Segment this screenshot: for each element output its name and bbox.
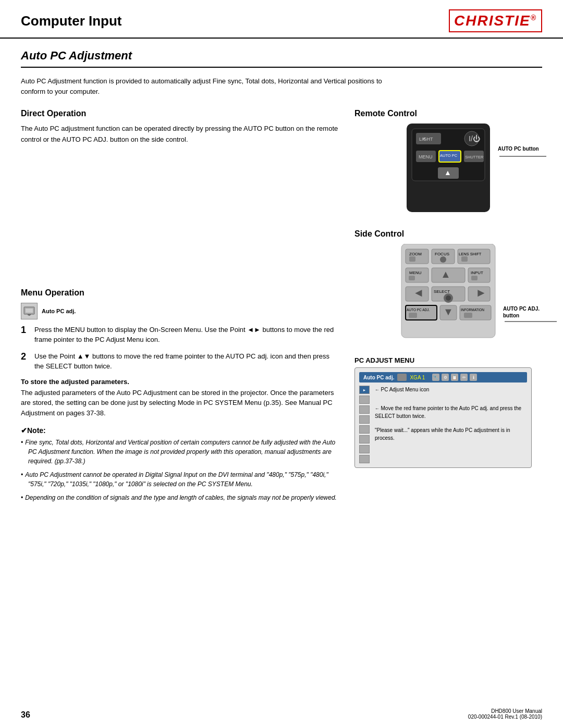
svg-rect-1 (26, 309, 33, 313)
remote-control-section: Remote Control LIGHT ☀ I/⏻ (354, 109, 542, 221)
svg-text:LIGHT: LIGHT (419, 137, 433, 142)
callout-line-remote (499, 156, 546, 157)
auto-pc-adj-svg (23, 305, 35, 317)
pc-list-item-2 (359, 396, 370, 404)
svg-text:LENS SHIFT: LENS SHIFT (459, 252, 482, 256)
auto-pc-button-label: AUTO PC button (498, 145, 545, 152)
two-col-layout: Direct Operation The Auto PC adjustment … (21, 109, 542, 507)
pc-list-item-5 (359, 425, 370, 434)
step-1-text: Press the MENU button to display the On-… (34, 325, 339, 345)
left-col-spacer (21, 153, 339, 278)
svg-rect-23 (409, 256, 415, 262)
svg-text:▼: ▼ (443, 306, 454, 317)
svg-rect-48 (409, 313, 417, 318)
callout-line-side (505, 321, 557, 322)
footer-right: DHD800 User Manual 020-000244-01 Rev.1 (… (468, 708, 542, 720)
menu-icon-3: 📋 (451, 374, 458, 381)
svg-text:ZOOM: ZOOM (409, 252, 422, 256)
svg-point-43 (446, 295, 451, 301)
auto-pc-icon (21, 303, 38, 319)
svg-text:◄: ◄ (413, 286, 424, 299)
pc-adjust-notes: ← PC Adjust Menu icon ← Move the red fra… (375, 386, 527, 463)
auto-pc-icon-label: Auto PC adj. (42, 308, 76, 314)
pc-list-item-4 (359, 415, 370, 424)
step-1-number: 1 (21, 325, 30, 336)
side-control-heading: Side Control (354, 229, 542, 239)
note-item-1: Fine sync, Total dots, Horizontal and Ve… (21, 438, 339, 466)
pc-adjust-xga-label: XGA 1 (410, 375, 425, 380)
pc-adjust-body: ► ← PC A (359, 386, 527, 463)
logo-text: CHRISTIE (454, 13, 531, 29)
main-content: Auto PC Adjustment Auto PC Adjustment fu… (0, 39, 563, 517)
pc-adjust-list: ► (359, 386, 370, 463)
page-title: Computer Input (21, 13, 122, 29)
menu-operation-heading: Menu Operation (21, 288, 339, 298)
pc-adjust-menu-label: Auto PC adj. (363, 375, 394, 380)
svg-text:MENU: MENU (409, 270, 422, 275)
manual-code: 020-000244-01 Rev.1 (08-2010) (468, 714, 542, 720)
side-control-svg: ZOOM FOCUS LENS SHIFT MENU ▲ (396, 244, 500, 340)
intro-text: Auto PC Adjustment function is provided … (21, 76, 386, 96)
auto-pc-adj-button-label: AUTO PC ADJ. button (503, 305, 555, 319)
pc-list-item-8 (359, 455, 370, 463)
svg-text:SELECT: SELECT (434, 289, 450, 294)
svg-text:FOCUS: FOCUS (435, 252, 449, 256)
svg-text:INFORMATION: INFORMATION (461, 308, 484, 312)
remote-control-svg: LIGHT ☀ I/⏻ MENU AUTO PC SHUTTER (396, 124, 500, 217)
svg-rect-53 (464, 313, 472, 318)
pc-list-item-3 (359, 405, 370, 414)
pc-adjust-menu-bar: Auto PC adj. XGA 1 🔧 ⚙ 📋 ✏ ℹ (359, 372, 527, 382)
page-number: 36 (21, 710, 30, 720)
svg-point-26 (440, 256, 446, 263)
menu-icon-placeholder (397, 374, 407, 381)
svg-text:☀: ☀ (422, 137, 426, 141)
menu-icon-2: ⚙ (442, 374, 449, 381)
pc-adjust-note1: ← Move the red frame pointer to the Auto… (375, 404, 527, 421)
page-header: Computer Input CHRISTIE® (0, 0, 563, 39)
store-params-section: To store the adjusted parameters. The ad… (21, 378, 339, 418)
remote-control-heading: Remote Control (354, 109, 542, 118)
pc-adjust-menu-section: PC ADJUST MENU Auto PC adj. XGA 1 🔧 ⚙ 📋 … (354, 356, 542, 468)
svg-rect-37 (471, 276, 478, 280)
svg-text:MENU: MENU (419, 154, 433, 159)
svg-text:AUTO PC ADJ.: AUTO PC ADJ. (407, 308, 430, 312)
note-item-2: Auto PC Adjustment cannot be operated in… (21, 470, 339, 489)
pc-adjust-note2: "Please wait..." appears while the Auto … (375, 426, 527, 442)
menu-icon-4: ✏ (460, 374, 468, 381)
note-section: ✔Note: Fine sync, Total dots, Horizontal… (21, 426, 339, 502)
pc-list-item-1: ► (359, 386, 370, 394)
svg-text:INPUT: INPUT (471, 270, 483, 275)
svg-rect-32 (409, 276, 415, 280)
menu-operation-section: Menu Operation Auto PC adj. (21, 288, 339, 503)
store-params-heading: To store the adjusted parameters. (21, 378, 339, 386)
svg-text:▲: ▲ (444, 168, 451, 177)
step-2-row: 2 Use the Point ▲▼ buttons to move the r… (21, 351, 339, 372)
note-heading: ✔Note: (21, 426, 339, 435)
christie-logo: CHRISTIE® (449, 9, 542, 32)
store-params-body: The adjusted parameters of the Auto PC A… (21, 388, 339, 418)
manual-name: DHD800 User Manual (468, 708, 542, 714)
svg-text:►: ► (475, 286, 487, 299)
logo-reg: ® (531, 14, 537, 22)
auto-pc-icon-row: Auto PC adj. (21, 303, 339, 319)
page-footer: 36 DHD800 User Manual 020-000244-01 Rev.… (21, 708, 542, 720)
side-control-section: Side Control ZOOM FOCUS LENS (354, 229, 542, 344)
pc-list-item-6 (359, 435, 370, 443)
pc-adjust-menu-icon-label: ← PC Adjust Menu icon (375, 386, 527, 394)
remote-control-wrapper: LIGHT ☀ I/⏻ MENU AUTO PC SHUTTER (396, 124, 500, 219)
svg-text:SHUTTER: SHUTTER (465, 155, 484, 159)
svg-text:▲: ▲ (440, 268, 451, 280)
svg-rect-29 (461, 256, 468, 262)
svg-text:I/⏻: I/⏻ (469, 134, 480, 143)
menu-icons-row: 🔧 ⚙ 📋 ✏ ℹ (432, 374, 477, 381)
pc-adjust-heading: PC ADJUST MENU (354, 356, 542, 364)
section-title: Auto PC Adjustment (21, 49, 542, 68)
direct-operation-body: The Auto PC adjustment function can be o… (21, 124, 339, 145)
side-control-wrapper: ZOOM FOCUS LENS SHIFT MENU ▲ (396, 244, 500, 342)
direct-operation-heading: Direct Operation (21, 109, 339, 118)
direct-operation-section: Direct Operation The Auto PC adjustment … (21, 109, 339, 145)
menu-icon-5: ℹ (470, 374, 477, 381)
note-item-3: Depending on the condition of signals an… (21, 493, 339, 502)
step-2-text: Use the Point ▲▼ buttons to move the red… (34, 351, 339, 372)
step-1-row: 1 Press the MENU button to display the O… (21, 325, 339, 345)
